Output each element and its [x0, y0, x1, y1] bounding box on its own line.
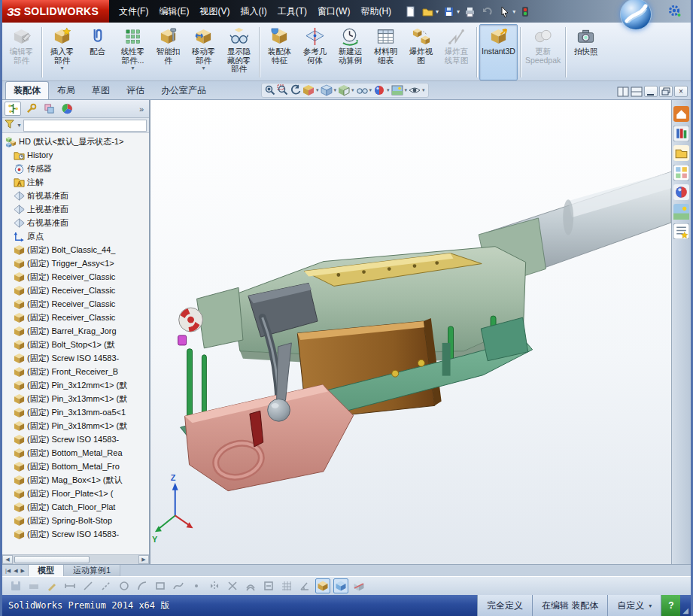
zoom-area-icon[interactable]	[277, 84, 289, 96]
tree-item-17[interactable]: (固定) Pin_3x12mm<1> (默	[4, 378, 149, 392]
chevron-down-icon[interactable]: ▾	[422, 87, 425, 93]
scrollbar-thumb[interactable]	[14, 556, 90, 563]
zoom-fit-icon[interactable]	[264, 84, 276, 96]
tree-item-13[interactable]: (固定) Barrel_Krag_Jorg	[4, 324, 149, 338]
tree-item-1[interactable]: 传感器	[4, 162, 149, 175]
menu-item-5[interactable]: 窗口(W)	[312, 0, 355, 23]
graphics-viewport[interactable]: Z Y	[150, 100, 671, 564]
tree-item-0[interactable]: History	[4, 148, 149, 162]
home-icon[interactable]	[673, 106, 689, 122]
section-view-icon[interactable]	[302, 84, 315, 96]
mate-button[interactable]: 配合	[80, 24, 115, 80]
instant3d-button[interactable]: Instant3D	[479, 24, 518, 80]
tab-scroll-right-icon[interactable]: ▶	[20, 568, 26, 574]
trim-icon[interactable]	[225, 578, 240, 593]
split-pane-horizontal-icon[interactable]	[617, 86, 629, 97]
chevron-down-icon[interactable]: ▾	[369, 87, 372, 93]
featuremanager-tree-tab[interactable]	[5, 102, 21, 116]
tab-0[interactable]: 装配体	[5, 81, 49, 99]
angle-icon[interactable]	[297, 578, 312, 593]
linear-pattern-button[interactable]: 线性零部件...▾	[115, 24, 150, 80]
split-pane-vertical-icon[interactable]	[631, 86, 643, 97]
centerline-icon[interactable]	[99, 578, 114, 593]
assembly-root-node[interactable]: HD (默认<默认_显示状态-1>	[4, 135, 149, 148]
filter-dropdown-arrow[interactable]: ▼	[17, 123, 22, 128]
tab-1[interactable]: 布局	[49, 81, 84, 99]
tree-item-19[interactable]: (固定) Pin_3x13mm-oa5<1	[4, 405, 149, 419]
view-palette-icon[interactable]	[673, 165, 689, 181]
display-style-icon[interactable]	[338, 84, 350, 96]
appearances-icon[interactable]	[673, 184, 689, 200]
tab-3[interactable]: 评估	[118, 81, 153, 99]
tree-item-7[interactable]: (固定) Bolt_Classic_44_	[4, 243, 149, 256]
print-icon[interactable]	[26, 578, 41, 593]
arc-icon[interactable]	[135, 578, 150, 593]
tree-item-10[interactable]: (固定) Receiver_Classic	[4, 284, 149, 297]
chevron-down-icon[interactable]: ▾	[334, 87, 337, 93]
save-flyout-arrow-icon[interactable]: ▾	[457, 8, 460, 15]
previous-view-icon[interactable]	[290, 84, 302, 96]
offset-icon[interactable]	[243, 578, 258, 593]
section-icon[interactable]	[351, 578, 366, 593]
new-document-icon[interactable]	[403, 4, 418, 19]
tree-item-15[interactable]: (固定) Screw ISO 14583-	[4, 351, 149, 365]
tree-item-14[interactable]: (固定) Bolt_Stop<1> (默	[4, 338, 149, 351]
hide-show-items-icon[interactable]	[356, 84, 368, 96]
tab-scroll-first-icon[interactable]: |◀	[5, 568, 11, 574]
filter-input[interactable]	[23, 120, 147, 132]
line-icon[interactable]	[81, 578, 96, 593]
shaded-view-icon[interactable]	[333, 578, 348, 593]
tree-item-20[interactable]: (固定) Pin_3x18mm<1> (默	[4, 419, 149, 432]
smart-fasteners-button[interactable]: 智能扣件	[150, 24, 186, 80]
save-icon[interactable]	[8, 578, 23, 593]
menu-item-0[interactable]: 文件(F)	[114, 0, 153, 23]
tab-scroll-left-icon[interactable]: ◀	[13, 568, 18, 574]
window-restore-button[interactable]	[659, 86, 673, 97]
model-3d-view[interactable]: Z Y	[150, 100, 671, 564]
tree-item-23[interactable]: (固定) Bottom_Metal_Fro	[4, 460, 149, 473]
menu-item-4[interactable]: 工具(T)	[272, 0, 312, 23]
tab-2[interactable]: 草图	[84, 81, 118, 99]
tree-item-21[interactable]: (固定) Screw ISO 14583-	[4, 432, 149, 446]
dimension-icon[interactable]	[62, 578, 78, 593]
save-icon[interactable]	[441, 4, 456, 19]
tree-item-25[interactable]: (固定) Floor_Plate<1> (	[4, 487, 149, 500]
tree-item-26[interactable]: (固定) Catch_Floor_Plat	[4, 500, 149, 514]
tree-item-9[interactable]: (固定) Receiver_Classic	[4, 270, 149, 284]
apply-scene-icon[interactable]	[391, 84, 403, 96]
print-icon[interactable]	[462, 4, 477, 19]
insert-component-button[interactable]: 插入零部件▾	[44, 24, 80, 80]
rebuild-icon[interactable]	[518, 4, 533, 19]
open-icon[interactable]	[420, 4, 435, 19]
chevron-down-icon[interactable]: ▾	[351, 87, 354, 93]
convert-icon[interactable]	[261, 578, 276, 593]
tree-item-3[interactable]: 前视基准面	[4, 189, 149, 202]
flyout-arrow-icon[interactable]: ▾	[60, 65, 63, 71]
file-explorer-icon[interactable]	[673, 145, 689, 161]
tree-item-18[interactable]: (固定) Pin_3x13mm<1> (默	[4, 392, 149, 405]
view-settings-icon[interactable]	[409, 84, 421, 96]
custom-properties-icon[interactable]	[673, 223, 689, 239]
tree-item-28[interactable]: (固定) Screw ISO 14583-	[4, 527, 149, 541]
view-orientation-icon[interactable]	[321, 84, 333, 96]
menu-item-6[interactable]: 帮助(H)	[355, 0, 397, 23]
menu-item-3[interactable]: 插入(I)	[235, 0, 272, 23]
tree-item-11[interactable]: (固定) Receiver_Classic	[4, 297, 149, 311]
filter-funnel-icon[interactable]	[5, 119, 15, 132]
expand-panel-button[interactable]: »	[136, 105, 147, 114]
point-icon[interactable]	[189, 578, 204, 593]
tree-item-8[interactable]: (固定) Trigger_Assy<1>	[4, 256, 149, 270]
tab-4[interactable]: 办公室产品	[153, 81, 214, 99]
menu-item-2[interactable]: 视图(V)	[194, 0, 235, 23]
circle-icon[interactable]	[117, 578, 132, 593]
scroll-right-arrow[interactable]: ▶	[138, 555, 149, 564]
propertymanager-tab[interactable]	[23, 102, 39, 116]
menu-item-1[interactable]: 编辑(E)	[153, 0, 194, 23]
select-arrow-icon[interactable]	[497, 4, 512, 19]
design-library-icon[interactable]	[673, 126, 689, 141]
sketch-icon[interactable]	[44, 578, 59, 593]
tree-horizontal-scrollbar[interactable]: ◀ ▶	[2, 554, 149, 564]
configurationmanager-tab[interactable]	[41, 102, 57, 116]
chevron-down-icon[interactable]: ▾	[405, 87, 408, 93]
open-flyout-arrow-icon[interactable]: ▾	[436, 8, 439, 15]
